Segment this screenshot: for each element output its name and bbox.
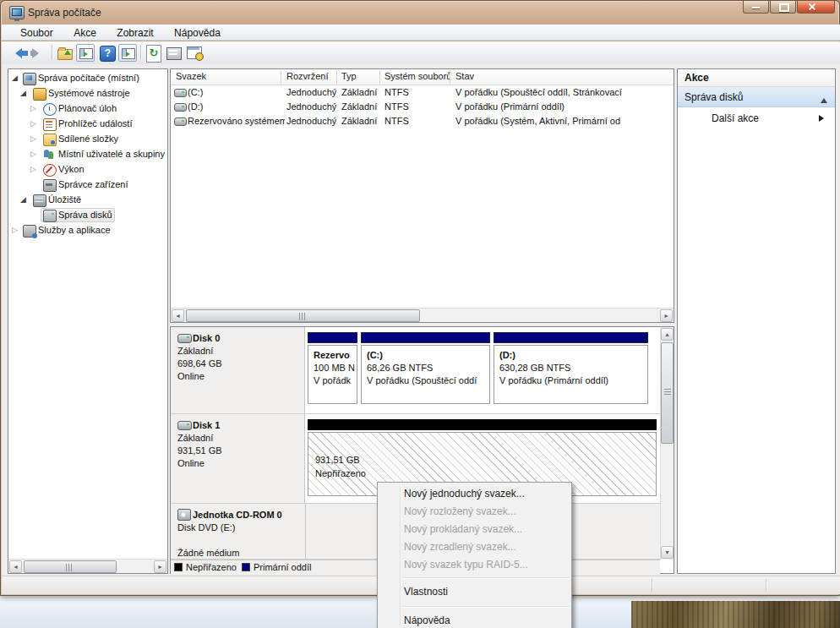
- sidebar-item-performance[interactable]: ▷ Výkon: [8, 162, 166, 177]
- column-separator[interactable]: [450, 70, 450, 84]
- properties-button[interactable]: [165, 44, 183, 62]
- expander-icon[interactable]: ◢: [12, 74, 18, 82]
- scroll-right-icon[interactable]: ▸: [660, 309, 673, 322]
- menu-akce[interactable]: Akce: [65, 25, 105, 41]
- desktop-light-area: [572, 601, 631, 628]
- expander-icon[interactable]: ▷: [30, 134, 36, 143]
- cdrom-info[interactable]: Jednotka CD-ROM 0 Disk DVD (E:) Žádné mé…: [171, 504, 306, 559]
- back-button[interactable]: [8, 44, 27, 62]
- scrollbar-thumb[interactable]: [24, 560, 117, 573]
- volume-row-system-reserved[interactable]: Rezervováno systémem Jednoduchý Základní…: [171, 115, 674, 129]
- column-header-typ[interactable]: Typ: [341, 71, 357, 81]
- menu-item-properties[interactable]: Vlastnosti: [378, 582, 571, 603]
- expander-icon[interactable]: ▷: [30, 150, 36, 158]
- forward-button[interactable]: [30, 44, 48, 62]
- expander-icon[interactable]: ◢: [20, 195, 26, 204]
- expander-icon[interactable]: ▷: [30, 165, 36, 173]
- partition-system-reserved[interactable]: Rezervo 100 MB N V pořádk: [308, 332, 357, 407]
- cell-typ: Základní: [341, 101, 377, 112]
- partition-c[interactable]: (C:) 68,26 GB NTFS V pořádku (Spouštěcí …: [361, 332, 490, 407]
- disk1-info[interactable]: Disk 1 Základní 931,51 GB Online: [171, 414, 305, 503]
- title-bar[interactable]: Správa počítače: [1, 1, 840, 25]
- computer-icon: [9, 6, 25, 19]
- actions-more-actions[interactable]: Další akce: [678, 107, 835, 129]
- scrollbar-thumb[interactable]: [661, 342, 674, 444]
- event-log-icon: [43, 118, 57, 131]
- scroll-up-icon[interactable]: ▴: [661, 328, 674, 341]
- scroll-left-icon[interactable]: ◂: [9, 560, 22, 573]
- volume-row-d[interactable]: (D:) Jednoduchý Základní NTFS V pořádku …: [171, 101, 674, 115]
- collapse-icon[interactable]: [821, 95, 827, 103]
- statusbar-separator: [652, 579, 652, 593]
- toolbar: ? ↻: [2, 41, 840, 65]
- shared-folder-icon: [43, 134, 57, 146]
- cell-fs: NTFS: [385, 101, 409, 112]
- actions-more-label: Další akce: [712, 112, 759, 124]
- minimize-button[interactable]: [743, 1, 769, 14]
- expander-icon[interactable]: ▷: [12, 226, 18, 234]
- partition-status: V pořádku (Primární oddíl): [499, 374, 642, 387]
- partition-color-band: [494, 332, 648, 343]
- menu-item-help[interactable]: Nápověda: [378, 610, 571, 628]
- column-separator[interactable]: [379, 70, 380, 84]
- sidebar-item-shared-folders[interactable]: ▷ Sdílené složky: [8, 132, 166, 147]
- partition-size: 68,26 GB NTFS: [367, 362, 484, 374]
- forward-icon: [32, 48, 44, 58]
- column-header-system-souboru[interactable]: Systém souborů: [385, 71, 451, 81]
- menu-zobrazit[interactable]: Zobrazit: [108, 25, 161, 41]
- cell-typ: Základní: [341, 87, 377, 97]
- menu-item-new-spanned-volume: Nový rozložený svazek...: [378, 503, 571, 521]
- column-header-stav[interactable]: Stav: [455, 71, 474, 81]
- expander-icon[interactable]: ▷: [30, 104, 36, 112]
- sidebar-item-disk-management[interactable]: Správa disků: [8, 208, 166, 223]
- sidebar-item-label: Správa počítače (místní): [38, 73, 139, 83]
- folder-button[interactable]: [56, 44, 74, 62]
- column-header-svazek[interactable]: Svazek: [176, 71, 206, 81]
- help-button[interactable]: ?: [98, 44, 117, 62]
- column-header-rozvrzeni[interactable]: Rozvržení: [286, 71, 329, 81]
- sidebar-item-system-tools[interactable]: ◢ Systémové nástroje: [8, 86, 166, 101]
- drive-icon: [174, 103, 187, 112]
- cell-rozvrzeni: Jednoduchý: [286, 116, 336, 126]
- disk0-kind: Základní: [177, 345, 297, 358]
- scroll-left-icon[interactable]: ◂: [172, 309, 184, 322]
- cell-fs: NTFS: [385, 116, 409, 126]
- column-separator[interactable]: [281, 70, 281, 84]
- disk1-kind: Základní: [177, 432, 297, 445]
- volume-row-c[interactable]: (C:) Jednoduchý Základní NTFS V pořádku …: [171, 86, 674, 101]
- sidebar-item-device-manager[interactable]: Správce zařízení: [8, 177, 166, 193]
- sidebar-item-local-users[interactable]: ▷ Místní uživatelé a skupiny: [8, 147, 166, 162]
- maximize-button[interactable]: [770, 1, 796, 14]
- scroll-right-icon[interactable]: ▸: [154, 560, 166, 573]
- sidebar-item-label: Služby a aplikace: [38, 225, 111, 235]
- scrollbar-thumb[interactable]: [186, 309, 420, 322]
- disk0-info[interactable]: Disk 0 Základní 698,64 GB Online: [171, 327, 305, 413]
- scroll-down-icon[interactable]: ▾: [661, 546, 674, 559]
- partition-status: V pořádku (Spouštěcí oddí: [367, 374, 484, 387]
- action-pane-toggle-button[interactable]: [118, 44, 137, 62]
- sidebar-item-computer-management[interactable]: ◢ Správa počítače (místní): [8, 71, 166, 86]
- cdrom-media: Disk DVD (E:): [177, 522, 298, 534]
- expander-icon[interactable]: ▷: [30, 119, 36, 128]
- partition-d[interactable]: (D:) 630,28 GB NTFS V pořádku (Primární …: [494, 332, 648, 407]
- menu-item-new-simple-volume[interactable]: Nový jednoduchý svazek...: [378, 485, 571, 503]
- menu-soubor[interactable]: Soubor: [12, 25, 62, 41]
- menu-napoveda[interactable]: Nápověda: [166, 25, 229, 41]
- sidebar-item-storage[interactable]: ◢ Úložiště: [8, 193, 166, 208]
- expander-icon[interactable]: ◢: [20, 89, 26, 97]
- cell-rozvrzeni: Jednoduchý: [286, 101, 336, 112]
- volume-list-hscrollbar[interactable]: ◂ ▸: [171, 308, 674, 322]
- thumb-grip: [664, 389, 671, 396]
- sidebar-item-event-viewer[interactable]: ▷ Prohlížeč událostí: [8, 117, 166, 132]
- disk0-name: Disk 0: [177, 332, 297, 345]
- column-separator[interactable]: [336, 70, 337, 84]
- console-tree-toggle-button[interactable]: [76, 44, 95, 62]
- actions-group-disk-management[interactable]: Správa disků: [678, 87, 835, 107]
- refresh-button[interactable]: ↻: [145, 44, 163, 62]
- sidebar-item-task-scheduler[interactable]: ▷ Plánovač úloh: [8, 101, 166, 117]
- close-button[interactable]: [797, 1, 835, 14]
- tree-hscrollbar[interactable]: ◂ ▸: [8, 559, 167, 573]
- sidebar-item-services[interactable]: ▷ Služby a aplikace: [8, 223, 166, 238]
- disk-pane-vscrollbar[interactable]: ▴ ▾: [660, 327, 674, 560]
- help-window-button[interactable]: [185, 44, 204, 62]
